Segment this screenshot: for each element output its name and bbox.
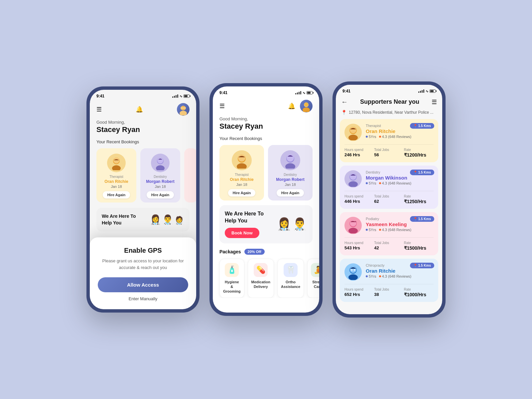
p2-card-name-1: Oran Ritchie	[230, 177, 253, 182]
packages-header: Packages 20% Off	[219, 249, 313, 255]
filter-icon[interactable]: ☰	[432, 98, 437, 106]
medication-icon: 💊	[254, 263, 268, 277]
bell-icon-1[interactable]: 🔔	[136, 106, 143, 113]
book-now-button[interactable]: Book Now	[225, 228, 259, 238]
distance-3: 📍 1.5 Kms	[410, 263, 434, 268]
stress-label: StressCare	[312, 280, 319, 289]
recent-bookings-title-1: Your Recent Bookings	[90, 139, 196, 148]
greeting-2: Good Morning, Stacey Ryan	[213, 116, 319, 136]
hire-btn-1[interactable]: Hire Again	[103, 191, 130, 199]
svg-point-14	[237, 163, 247, 169]
location-bar: 📍 12780, Nova Residential, Near Varthur …	[336, 108, 442, 119]
greeting-1: Good Morning, Stacey Ryan	[90, 120, 196, 139]
p2-card-date-1: Jan 18	[236, 183, 247, 187]
card-type-2: Dentistry	[154, 175, 167, 179]
stress-icon: 🧘	[311, 263, 319, 277]
p2-help-text: We Are Here To Help You Book Now	[225, 210, 277, 238]
svg-point-32	[354, 269, 355, 271]
p2-card-date-2: Jan 18	[285, 183, 296, 187]
package-hygiene[interactable]: 🧴 Hygiene &Grooming	[219, 259, 244, 298]
wifi-icon-1: ∿	[180, 94, 182, 98]
p2-help-banner: We Are Here To Help You Book Now 👩‍⚕️ 👨‍…	[219, 205, 313, 243]
booking-avatar-2	[151, 154, 170, 172]
s-name-1: Morgan Wikinson	[366, 175, 434, 181]
booking-card-partial	[184, 148, 196, 202]
s-stats-3: Hours spend 652 Hrs Total Jobs 38 Rate ₹…	[344, 284, 434, 297]
s-rate-0: Rate ₹1200/Hrs	[404, 148, 434, 158]
s-rate-2: Rate ₹1500/Hrs	[404, 241, 434, 251]
svg-point-31	[351, 269, 352, 271]
svg-point-26	[348, 228, 358, 233]
menu-icon-1[interactable]: ☰	[96, 106, 102, 113]
menu-icon-2[interactable]: ☰	[219, 102, 225, 110]
battery-1	[184, 94, 190, 98]
svg-point-23	[348, 181, 358, 187]
time-1: 9:41	[96, 94, 104, 98]
p2-avatar-1	[232, 150, 252, 170]
package-stress[interactable]: 🧘 StressCare	[307, 259, 319, 298]
hygiene-icon: 🧴	[225, 263, 239, 277]
p2-hire-btn-1[interactable]: Hire Again	[228, 189, 256, 197]
hire-btn-2[interactable]: Hire Again	[147, 191, 174, 199]
distance-1: 📍 1.5 Kms	[410, 170, 434, 175]
battery-2	[307, 91, 313, 94]
supporter-avatar-2	[344, 217, 362, 234]
status-bar-1: 9:41 ∿	[90, 90, 196, 100]
user-avatar-2[interactable]	[300, 100, 313, 112]
greeting-sub-2: Good Morning,	[219, 116, 313, 121]
s-hours-1: Hours spend 446 Hrs	[344, 195, 374, 204]
s-rate-3: Rate ₹1000/Hrs	[404, 288, 434, 297]
supporter-card-3[interactable]: 📍 1.5 Kms	[340, 259, 438, 302]
supporter-card-1[interactable]: 📍 1.5 Kms Dentistry Mor	[340, 166, 438, 209]
s-rate-1: Rate ₹1250/Hrs	[404, 195, 434, 204]
distance-2: 📍 1.5 Kms	[410, 216, 434, 222]
s-name-3: Oran Ritchie	[366, 268, 434, 274]
distance-0: 📍 1.5 Kms	[410, 123, 434, 129]
figure-group-1: 👩‍⚕️ 👨‍⚕️ 🧑‍⚕️	[150, 214, 184, 225]
card-type-1: Therapist	[109, 175, 123, 179]
p2-hire-btn-2[interactable]: Hire Again	[277, 189, 304, 197]
p3-header: ← Supporters Near you ☰	[336, 95, 442, 108]
svg-point-21	[350, 127, 356, 133]
svg-point-8	[156, 165, 165, 170]
s-meta-1: 5Yrs 4.3 (648 Reviews)	[366, 181, 434, 185]
supporters-title: Supporters Near you	[360, 98, 419, 105]
signal-1	[172, 94, 178, 98]
p2-header: ☰ 🔔	[213, 97, 319, 116]
discount-badge: 20% Off	[244, 249, 265, 255]
package-medication[interactable]: 💊 MedicationDelivery	[248, 259, 274, 298]
p2-booking-dentistry[interactable]: Dentistry Morgan Robert Jan 18 Hire Agai…	[268, 145, 313, 200]
back-button[interactable]: ←	[341, 98, 348, 106]
svg-point-27	[350, 220, 356, 226]
wifi-icon-2: ∿	[303, 91, 305, 95]
s-name-2: Yasmeen Keeling	[366, 221, 434, 227]
packages-row: 🧴 Hygiene &Grooming 💊 MedicationDelivery…	[219, 259, 313, 298]
phone-3: 9:41 ∿ ← Supporters Near	[332, 81, 446, 318]
gps-title: Enable GPS	[98, 247, 188, 254]
status-bar-3: 9:41 ∿	[336, 85, 442, 95]
user-avatar-1[interactable]	[177, 103, 190, 116]
s-meta-2: 5Yrs 4.3 (648 Reviews)	[366, 228, 434, 232]
s-hours-0: Hours spend 246 Hrs	[344, 148, 374, 158]
allow-access-button[interactable]: Allow Access	[98, 277, 188, 292]
supporter-card-2[interactable]: 📍 1.5 Kms Podiatry Yasm	[340, 212, 438, 255]
location-pin-icon: 📍	[341, 110, 347, 115]
p2-booking-therapist[interactable]: Therapist Oran Ritchie Jan 18 Hire Again	[219, 145, 264, 200]
svg-point-20	[348, 135, 358, 140]
packages-title: Packages	[219, 249, 241, 254]
s-hours-2: Hours spend 543 Hrs	[344, 241, 374, 251]
s-hours-3: Hours spend 652 Hrs	[344, 288, 374, 297]
svg-point-29	[348, 274, 358, 280]
enter-manually-link[interactable]: Enter Manually	[98, 296, 188, 301]
package-ortho[interactable]: 🦷 OrthoAssistance	[277, 259, 304, 298]
booking-card-dentistry-1[interactable]: Dentistry Morgan Robert Jan 18 Hire Agai…	[140, 148, 180, 202]
gps-overlay: Enable GPS Please grant us access to you…	[90, 237, 196, 309]
booking-avatar-1	[107, 154, 126, 172]
status-icons-3: ∿	[418, 89, 436, 93]
recent-bookings-title-2: Your Recent Bookings	[219, 136, 313, 145]
time-3: 9:41	[342, 89, 350, 93]
supporter-card-0[interactable]: 📍 1.5 Kms Therapist Ora	[340, 119, 438, 162]
booking-card-therapist-1[interactable]: Therapist Oran Ritchie Jan 18 Hire Again	[96, 148, 136, 202]
bell-icon-2[interactable]: 🔔	[288, 102, 295, 110]
s-jobs-1: Total Jobs 62	[374, 195, 404, 204]
